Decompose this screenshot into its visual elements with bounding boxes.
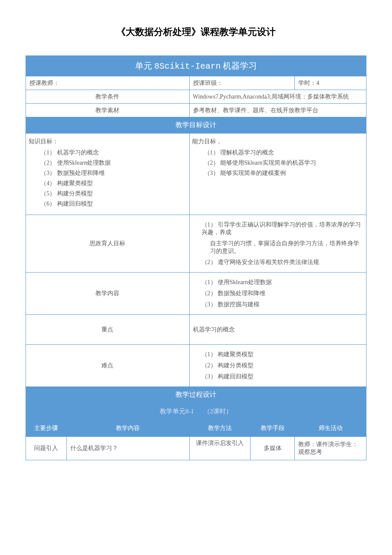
key-label: 重点: [26, 315, 190, 345]
materials-value: 参考教材、教学课件、题库、在线开放教学平台: [189, 104, 366, 117]
process-section-header: 教学过程设计: [26, 387, 366, 403]
cell-means: 多媒体: [251, 437, 295, 460]
content-item: （1） 使用Sklearn处理数据: [193, 279, 363, 286]
content-item: （2） 数据预处理和降维: [193, 290, 363, 297]
knowledge-item: （1） 机器学习的概念: [29, 149, 185, 157]
materials-label: 教学素材: [26, 104, 190, 117]
unit-code: 8Scikit-Iearn: [154, 61, 221, 71]
class-label: 授课班级：: [189, 76, 295, 90]
difficulty-list: （1） 构建聚类模型 （2） 构建分类模型 （3） 构建回归模型: [189, 345, 366, 387]
knowledge-item: （4） 构建聚类模型: [29, 180, 185, 187]
knowledge-item: （6） 构建回归模型: [29, 200, 185, 208]
conditions-value: Windows7,Pycharm,Anaconda3;局域网环境；多媒体教学系统: [189, 90, 366, 104]
ideology-item: （1） 引导学生正确认识和理解学习的价值，培养浓厚的学习兴趣，养成: [193, 221, 363, 236]
difficulty-item: （3） 构建回归模型: [193, 373, 363, 381]
lesson-plan-table: 单元 8Scikit-Iearn 机器学习 授课教师： 授课班级： 学时：4 教…: [26, 55, 366, 460]
difficulty-label: 难点: [26, 345, 190, 387]
knowledge-item: （3） 数据预处理和降维: [29, 169, 185, 177]
col-method: 教学方法: [189, 420, 251, 437]
cell-activity: 教师：课件演示学生：观察思考: [295, 437, 366, 460]
cell-step: 问题引入: [26, 437, 67, 460]
ideology-label: 思政育人目标: [26, 215, 190, 273]
ideology-content: （1） 引导学生正确认识和理解学习的价值，培养浓厚的学习兴趣，养成 自主学习的习…: [189, 215, 366, 273]
subunit-left: 教学单元8-1: [160, 408, 194, 415]
knowledge-item: （5） 构建分类模型: [29, 190, 185, 198]
key-value: 机器学习的概念: [189, 315, 366, 345]
table-row: 问题引入 什么是机器学习？ 课件演示启发引入 多媒体 教师：课件演示学生：观察思…: [26, 437, 366, 460]
col-means: 教学手段: [251, 420, 295, 437]
content-list: （1） 使用Sklearn处理数据 （2） 数据预处理和降维 （3） 数据挖掘与…: [189, 273, 366, 315]
unit-header: 单元 8Scikit-Iearn 机器学习: [26, 56, 366, 76]
ability-goal-head: 能力目标，: [192, 138, 362, 145]
difficulty-item: （2） 构建分类模型: [193, 362, 363, 369]
unit-suffix: 机器学习: [223, 61, 257, 70]
content-label: 教学内容: [26, 273, 190, 315]
ability-item: （2） 能够使用Sklearn实现简单的机器学习: [192, 159, 362, 167]
document-title: 《大数据分析处理》课程教学单元设计: [26, 26, 366, 38]
hours-label: 学时：4: [295, 76, 366, 90]
ability-item: （1） 理解机器学习的概念: [192, 149, 362, 157]
teacher-label: 授课教师：: [26, 76, 190, 90]
col-step: 主要步骤: [26, 420, 67, 437]
content-item: （3） 数据挖掘与建模: [193, 301, 363, 308]
subunit-right: （2课时）: [204, 408, 233, 415]
col-content: 教学内容: [66, 420, 189, 437]
conditions-label: 教学条件: [26, 90, 190, 104]
knowledge-goal: 知识目标： （1） 机器学习的概念 （2） 使用Sklearn处理数据 （3） …: [26, 134, 190, 215]
cell-method: 课件演示启发引入: [189, 437, 251, 460]
ideology-item: （2） 遵守网络安全法等相关软件类法律法规: [193, 259, 363, 266]
knowledge-item: （2） 使用Sklearn处理数据: [29, 159, 185, 167]
ability-goal: 能力目标， （1） 理解机器学习的概念 （2） 能够使用Sklearn实现简单的…: [189, 134, 366, 215]
ideology-item: 自主学习的习惯，掌握适合自身的学习方法，培养终身学习的意识。: [193, 240, 363, 255]
goal-section-header: 教学目标设计: [26, 117, 366, 134]
subunit-header: 教学单元8-1 （2课时）: [26, 403, 366, 420]
knowledge-goal-head: 知识目标：: [29, 138, 185, 145]
cell-content: 什么是机器学习？: [66, 437, 189, 460]
unit-prefix: 单元: [135, 61, 152, 70]
col-activity: 师生活动: [295, 420, 366, 437]
difficulty-item: （1） 构建聚类模型: [193, 351, 363, 358]
ability-item: （3） 能够实现简单的建模案例: [192, 169, 362, 177]
